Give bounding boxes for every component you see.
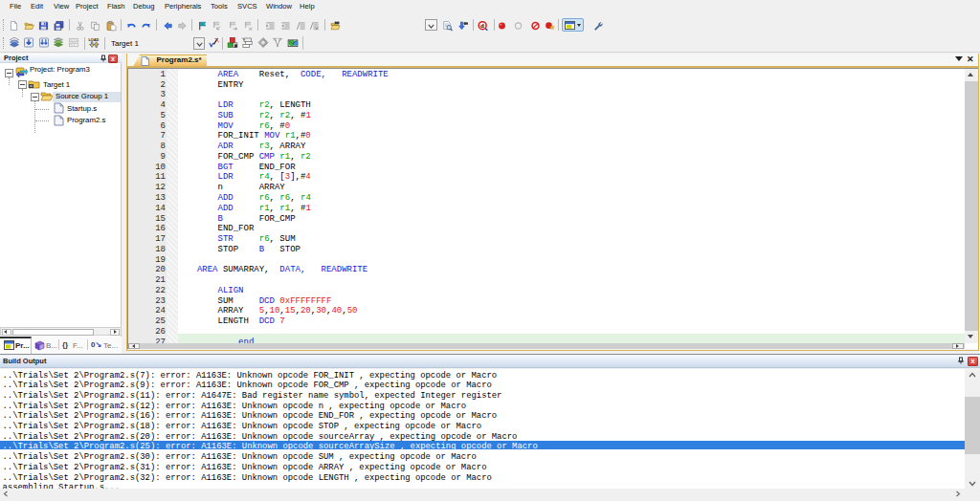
svg-text:d: d xyxy=(480,22,484,29)
svg-text:LOAD: LOAD xyxy=(88,37,99,42)
